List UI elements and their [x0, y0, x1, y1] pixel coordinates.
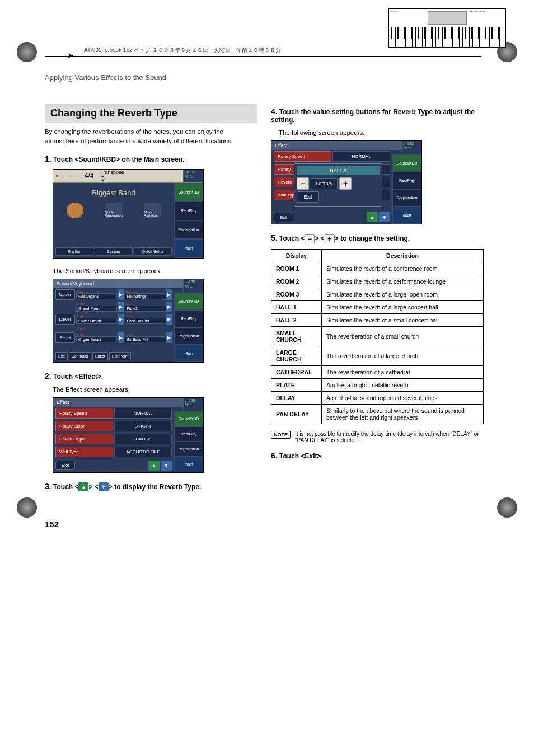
side-rec-play[interactable]: Rec/Play [174, 201, 203, 220]
arrow-icon[interactable]: ▶ [118, 289, 124, 300]
minus-button[interactable]: − [297, 177, 309, 190]
rhythm-button[interactable]: Rhythm [55, 247, 93, 256]
display-cell: CATHEDRAL [271, 365, 322, 378]
plus-button[interactable]: + [339, 177, 352, 190]
arrow-icon[interactable]: ▶ [118, 332, 124, 343]
nav-up-icon[interactable]: ▲ [148, 461, 160, 471]
side-sound-kbd[interactable]: Sound/KBD [174, 183, 203, 202]
table-row: CATHEDRALThe reverberation of a cathedra… [271, 365, 484, 378]
popup-value-title: HALL 2 [297, 166, 380, 175]
table-row: ROOM 2Simulates the reverb of a performa… [271, 275, 484, 288]
eff-exit-button[interactable]: Exit [55, 461, 75, 470]
system-button[interactable]: System [95, 247, 133, 256]
table-row: SMALL CHURCHThe reverberation of a small… [271, 326, 484, 346]
table-row: DELAYAn echo-like sound repeated several… [271, 391, 484, 404]
time-sig: 4/4 [82, 172, 94, 180]
arrow-icon[interactable]: ▶ [166, 302, 172, 312]
arrow-icon[interactable]: ▶ [118, 314, 124, 325]
factory-button[interactable]: Factory [311, 178, 338, 189]
lower-voice-1[interactable]: Lower Organ1 [76, 318, 117, 324]
step-5: 5. Touch <−> <+> to change the setting. [271, 233, 484, 243]
rotary-color-value[interactable]: BRIGHT [114, 421, 172, 431]
table-row: HALL 1Simulates the reverb of a large co… [271, 300, 484, 313]
arrow-icon[interactable]: ▶ [118, 302, 124, 312]
breadcrumb: Applying Various Effects to the Sound [45, 73, 257, 82]
popup-nav-down[interactable]: ▼ [379, 212, 390, 222]
upper-voice-3[interactable]: Grand Piano [76, 306, 117, 312]
popup-nav-up[interactable]: ▲ [367, 212, 378, 222]
music-assist-icon[interactable]: Music Assistant [144, 203, 161, 218]
description-cell: The reverberation of a small church [322, 326, 484, 346]
kb-side-main[interactable]: Main [174, 345, 203, 362]
value-popup: HALL 2 − Factory + Exit [294, 163, 382, 207]
eff-side-main[interactable]: Main [174, 457, 203, 472]
wall-type-label: Wall Type [55, 447, 113, 457]
eff-side-reg[interactable]: Registration [174, 442, 203, 457]
pedal-voice-1[interactable]: Organ Bass1 [76, 336, 117, 342]
popup-exit-button[interactable]: Exit [297, 191, 319, 203]
section-title: Changing the Reverb Type [45, 104, 257, 123]
display-cell: PLATE [271, 378, 322, 391]
step-2: 2. Touch <Effect>. [45, 372, 257, 381]
display-cell: ROOM 2 [271, 275, 322, 288]
side-main[interactable]: Main [174, 239, 203, 258]
eff-side-rec[interactable]: Rec/Play [174, 426, 203, 442]
kb-side-reg[interactable]: Registration [174, 327, 203, 345]
inline-down-icon: ▼ [99, 482, 109, 491]
quick-guide-button[interactable]: Quick Guide [134, 247, 172, 256]
description-cell: The reverberation of a cathedral [322, 365, 484, 378]
quick-reg-icon[interactable]: Quick Registration [105, 203, 122, 218]
reverb-type-value[interactable]: HALL 2 [114, 434, 172, 444]
eff-title: Effect [57, 400, 69, 405]
arrow-icon[interactable]: ▶ [166, 289, 172, 300]
note-label: NOTE [271, 431, 291, 439]
arrow-icon[interactable]: ▶ [166, 314, 172, 325]
step-6-num: 6. [271, 451, 278, 460]
controller-button[interactable]: Controller [69, 352, 91, 360]
display-cell: SMALL CHURCH [271, 326, 322, 346]
upper-voice-1[interactable]: Full Organ1 [76, 293, 117, 299]
popup-side-main[interactable]: Main [392, 206, 421, 224]
kb-side-rec[interactable]: Rec/Play [174, 310, 203, 327]
pedal-voice-2[interactable]: Str.Bass Pdl [125, 336, 166, 342]
eff-tempo: ♩=130M: 1 [183, 398, 203, 410]
table-row: HALL 2Simulates the reverb of a small co… [271, 313, 484, 326]
popup-side-rec[interactable]: Rec/Play [392, 172, 421, 189]
popup-side-reg[interactable]: Registration [392, 189, 421, 206]
display-cell: DELAY [271, 391, 322, 404]
effect-button[interactable]: Effect [92, 352, 108, 360]
inline-up-icon: ▲ [78, 482, 88, 491]
intro-text: By changing the reverberations of the no… [45, 127, 257, 147]
table-row: PLATEApplies a bright, metallic reverb [271, 378, 484, 391]
step-2-caption: The Effect screen appears. [53, 386, 257, 393]
effect-screen-figure: Effect P.1/3 ♩=130M: 1 Sound/KBD Rec/Pla… [53, 397, 204, 473]
popup-tempo: ♩=130M: 1 [401, 141, 421, 153]
kb-exit-button[interactable]: Exit [55, 352, 68, 360]
header-arrow-icon: ➤ [67, 51, 74, 60]
splitpoint-button[interactable]: SplitPoint [109, 352, 132, 360]
upper-voice-2[interactable]: Full Strings [125, 293, 166, 299]
rotary-speed-value[interactable]: NORMAL [114, 408, 172, 419]
upper-voice-4[interactable]: Flute3 [125, 306, 166, 312]
table-header-description: Description [322, 249, 484, 262]
step-4-text: Touch the value setting buttons for Reve… [271, 108, 475, 124]
popup-side-sound[interactable]: Sound/KBD [392, 154, 421, 172]
wall-type-value[interactable]: ACOUSTIC TILE [114, 447, 172, 457]
step-4: 4. Touch the value setting buttons for R… [271, 107, 484, 124]
eff-side-sound[interactable]: Sound/KBD [174, 411, 203, 426]
kb-side-sound[interactable]: Sound/KBD [174, 293, 203, 310]
step-3-num: 3. [45, 482, 51, 491]
side-registration[interactable]: Registration [174, 220, 203, 240]
arrow-icon[interactable]: ▶ [166, 332, 172, 343]
inline-minus-icon: − [305, 234, 315, 243]
display-cell: ROOM 3 [271, 288, 322, 300]
description-cell: An echo-like sound repeated several time… [322, 391, 484, 404]
lower-voice-2[interactable]: Orch.Str.Ens [125, 318, 166, 324]
display-cell: ROOM 1 [271, 262, 322, 275]
description-cell: Simulates the reverb of a large concert … [322, 300, 484, 313]
disc-icon[interactable] [67, 203, 83, 218]
popup-outer-exit[interactable]: Exit [274, 213, 293, 222]
nav-down-icon[interactable]: ▼ [161, 461, 172, 471]
note-text: It is not possible to modify the delay t… [295, 431, 484, 443]
rotary-color-label: Rotary Color [55, 421, 113, 431]
